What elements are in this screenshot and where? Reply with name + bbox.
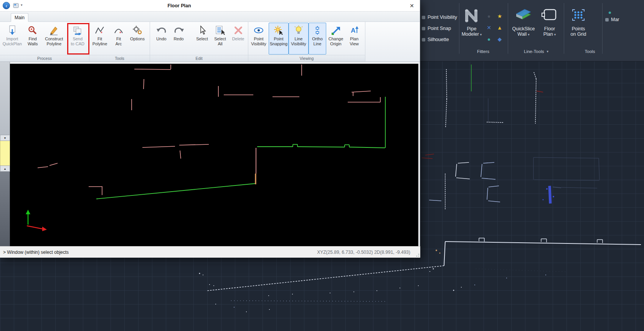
plan-view-icon: A: [349, 24, 359, 36]
import-quickplan-button[interactable]: Import QuickPlan: [0, 23, 24, 55]
quickslice-label: QuickSlice: [512, 26, 535, 31]
fitter-tool-4-icon[interactable]: ▲: [495, 23, 504, 32]
fitters-group-label: Fitters: [460, 48, 506, 55]
fitter-tool-2-icon[interactable]: ★: [495, 12, 504, 21]
pipe-modeler-button[interactable]: Pipe Modeler▾: [461, 2, 482, 45]
toggle-point-visibility[interactable]: Point Visibility: [422, 12, 460, 22]
group-divider: [602, 3, 603, 54]
fit-polyline-button[interactable]: * Fit Polyline: [90, 23, 110, 55]
edit-group-label: Edit: [150, 55, 248, 61]
scroll-up-button[interactable]: ▲: [0, 166, 10, 172]
select-all-button[interactable]: Select All: [211, 23, 229, 55]
pipe-modeler-icon: [463, 4, 480, 26]
line-tools-group-label[interactable]: Line-Tools ▾: [511, 48, 561, 55]
ribbon-group-viewing: Point Visibility: [248, 22, 365, 61]
resize-grip[interactable]: [415, 252, 419, 257]
silhouette-icon: [422, 38, 425, 41]
ortho-line-button[interactable]: Ortho Line: [309, 23, 326, 55]
fit-arc-button[interactable]: * Fit Arc: [110, 23, 127, 55]
group-divider: [508, 3, 508, 54]
find-walls-button[interactable]: Find Walls: [24, 23, 41, 55]
edge-tool-row-icon: [605, 18, 609, 22]
point-visibility-icon: [253, 24, 264, 36]
left-strip-top: [0, 62, 10, 135]
ribbon-group-edit: Undo Redo: [150, 22, 248, 61]
pipe-modeler-label: Pipe: [467, 26, 476, 31]
toggle-silhouette[interactable]: Silhouette: [422, 35, 460, 45]
screen: Point Visibility Point Snap Silhouette P…: [0, 0, 644, 331]
ribbon-filler: [365, 22, 420, 61]
svg-text:*: *: [101, 30, 102, 35]
ribbon-group-process: Import QuickPlan Find Walls: [0, 22, 89, 61]
svg-text:A: A: [351, 27, 355, 34]
select-button[interactable]: Select: [193, 23, 211, 55]
fitter-tool-3-icon[interactable]: ✕: [484, 23, 494, 32]
change-origin-icon: [331, 24, 341, 36]
svg-text:*: *: [119, 30, 121, 35]
dialog-ribbon: Import QuickPlan Find Walls: [0, 22, 420, 62]
floor-plan-drawing: [10, 64, 418, 246]
redo-icon: [173, 24, 184, 36]
floor-plan-icon: [542, 4, 558, 26]
dialog-statusbar: > Window (within) select objects XYZ(25.…: [0, 246, 420, 258]
fitter-tool-1-icon[interactable]: ●: [484, 12, 494, 21]
point-visibility-icon: [422, 16, 425, 19]
process-group-label: Process: [0, 55, 89, 61]
tab-main[interactable]: Main: [11, 13, 28, 22]
line-visibility-button[interactable]: Line Visibility: [289, 23, 309, 55]
toggle-label: Silhouette: [428, 37, 449, 42]
coordinates-readout: XYZ(25.89, 6.733, -0.5032) 2D(8.991, -9.…: [317, 250, 410, 255]
ortho-line-icon: [312, 24, 322, 36]
undo-icon: [156, 24, 167, 36]
options-button[interactable]: Options: [127, 23, 147, 55]
ribbon-group-tools: * Fit Polyline * Fit Arc: [89, 22, 150, 61]
find-walls-icon: [28, 24, 38, 36]
tools-group-label: Tools: [89, 55, 150, 61]
scroll-down-icon: ▼: [4, 137, 7, 139]
group-divider: [459, 3, 459, 54]
toggle-label: Point Snap: [428, 26, 451, 31]
floor-plan-label2: Plan▾: [543, 31, 556, 37]
dropdown-caret-icon: ▾: [528, 33, 530, 36]
undo-button[interactable]: Undo: [153, 23, 170, 55]
redo-button[interactable]: Redo: [170, 23, 187, 55]
point-snapping-button[interactable]: Point Snapping: [269, 23, 289, 55]
points-on-grid-label2: on Grid: [571, 31, 586, 37]
close-button[interactable]: ✕: [408, 2, 416, 10]
fit-polyline-icon: *: [95, 24, 105, 36]
floor-plan-dialog: ‹ ▾ Floor Plan ✕ Main: [0, 0, 420, 258]
plan-view-button[interactable]: A Plan View: [345, 23, 363, 55]
quickslice-wall-icon: [515, 4, 532, 26]
construct-polyline-button[interactable]: Construct Polyline: [41, 23, 66, 55]
construct-polyline-icon: [49, 24, 59, 36]
fit-arc-icon: *: [114, 24, 124, 36]
edge-tool-row[interactable]: Mar: [605, 15, 640, 25]
line-visibility-icon: [294, 24, 304, 36]
left-panel-strip: ▼ ▲: [0, 62, 10, 246]
quickslice-label2: Wall▾: [517, 31, 529, 37]
floor-plan-button[interactable]: Floor Plan▾: [538, 2, 561, 45]
dialog-titlebar[interactable]: ‹ ▾ Floor Plan ✕: [0, 0, 420, 12]
edge-tool-label: Mar: [611, 17, 619, 22]
group-divider: [564, 3, 564, 54]
points-on-grid-label: Points: [572, 26, 585, 31]
quickslice-wall-button[interactable]: QuickSlice Wall▾: [511, 2, 536, 45]
scroll-down-button[interactable]: ▼: [0, 135, 10, 141]
send-to-cad-button[interactable]: Send to CAD: [67, 23, 89, 55]
viewing-group-label: Viewing: [248, 55, 365, 61]
app-ribbon: Point Visibility Point Snap Silhouette P…: [420, 0, 644, 61]
toggle-point-snap[interactable]: Point Snap: [422, 23, 460, 33]
dropdown-caret-icon: ▾: [547, 50, 548, 53]
left-strip-bottom: [0, 172, 10, 246]
points-on-grid-button[interactable]: Points on Grid: [567, 2, 590, 45]
fitter-tool-5-icon[interactable]: ●: [484, 35, 494, 44]
fitter-tool-6-icon[interactable]: ◆: [495, 35, 504, 44]
change-origin-button[interactable]: Change Origin: [326, 23, 345, 55]
floor-plan-label: Floor: [544, 26, 555, 31]
point-visibility-button[interactable]: Point Visibility: [249, 23, 269, 55]
ribbon-tab-row: Main: [0, 12, 420, 22]
color-swatch[interactable]: [0, 141, 10, 166]
delete-button[interactable]: Delete: [229, 23, 248, 55]
floor-plan-canvas[interactable]: [10, 64, 418, 246]
import-quickplan-icon: [7, 24, 17, 36]
